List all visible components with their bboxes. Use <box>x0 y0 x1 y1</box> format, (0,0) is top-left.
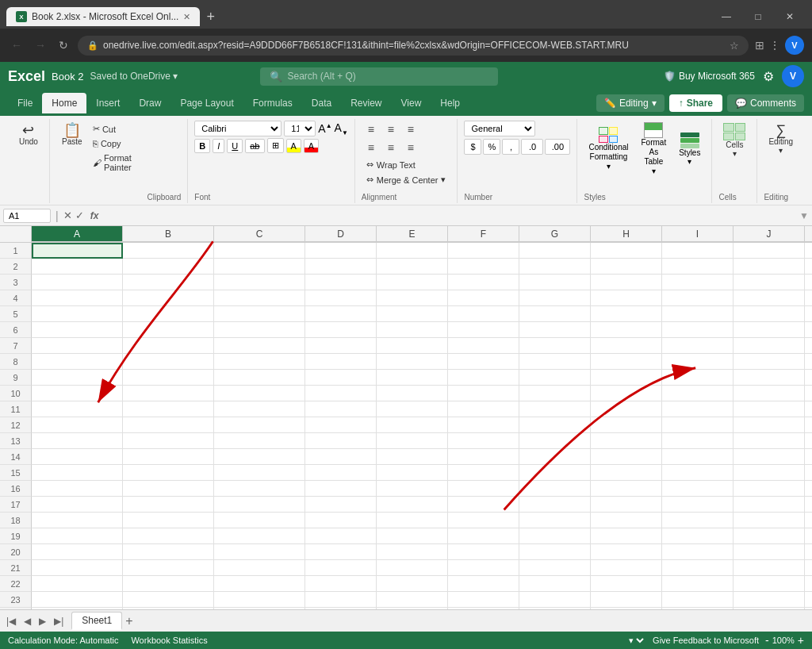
cell-H23[interactable] <box>591 592 662 608</box>
cell-A24[interactable] <box>32 608 123 609</box>
cell-G10[interactable] <box>519 386 591 401</box>
cell-A15[interactable] <box>32 465 123 481</box>
font-family-select[interactable]: Calibri <box>194 121 282 136</box>
cell-I13[interactable] <box>662 433 733 449</box>
cell-A13[interactable] <box>32 433 123 449</box>
cell-F15[interactable] <box>448 465 519 481</box>
cell-B6[interactable] <box>123 322 214 338</box>
cell-K2[interactable] <box>805 259 812 275</box>
cell-K12[interactable] <box>805 417 812 433</box>
tab-help[interactable]: Help <box>431 93 469 113</box>
share-button[interactable]: ↑ Share <box>669 94 722 112</box>
cell-F12[interactable] <box>448 417 519 433</box>
cell-C5[interactable] <box>214 306 305 322</box>
status-dropdown[interactable]: ▾ <box>626 635 646 646</box>
cell-A1[interactable] <box>32 243 123 259</box>
cell-E2[interactable] <box>377 259 448 275</box>
cell-F19[interactable] <box>448 528 519 544</box>
cell-I22[interactable] <box>662 576 733 592</box>
format-painter-button[interactable]: 🖌 Format Painter <box>90 152 144 174</box>
cell-K15[interactable] <box>805 465 812 481</box>
cell-H17[interactable] <box>591 497 662 513</box>
cell-F3[interactable] <box>448 275 519 290</box>
cell-G22[interactable] <box>519 576 591 592</box>
cell-D18[interactable] <box>305 513 377 528</box>
row-number-20[interactable]: 20 <box>0 544 32 560</box>
cell-K18[interactable] <box>805 513 812 528</box>
cell-D17[interactable] <box>305 497 377 513</box>
cell-H9[interactable] <box>591 370 662 386</box>
cell-I7[interactable] <box>662 338 733 354</box>
close-button[interactable]: ✕ <box>774 5 806 29</box>
cell-B16[interactable] <box>123 481 214 497</box>
cell-G12[interactable] <box>519 417 591 433</box>
cell-H5[interactable] <box>591 306 662 322</box>
align-left-button[interactable]: ≡ <box>362 139 381 156</box>
cell-H16[interactable] <box>591 481 662 497</box>
cell-K10[interactable] <box>805 386 812 401</box>
cell-C2[interactable] <box>214 259 305 275</box>
cell-B9[interactable] <box>123 370 214 386</box>
row-number-10[interactable]: 10 <box>0 386 32 401</box>
cell-C4[interactable] <box>214 290 305 306</box>
cell-A14[interactable] <box>32 449 123 465</box>
cell-C8[interactable] <box>214 354 305 370</box>
cell-F17[interactable] <box>448 497 519 513</box>
cell-J19[interactable] <box>733 528 805 544</box>
currency-button[interactable]: $ <box>464 139 481 155</box>
cell-J4[interactable] <box>733 290 805 306</box>
formula-input[interactable] <box>105 210 796 221</box>
cell-B15[interactable] <box>123 465 214 481</box>
cell-J1[interactable] <box>733 243 805 259</box>
cell-D19[interactable] <box>305 528 377 544</box>
cell-F2[interactable] <box>448 259 519 275</box>
align-center-button[interactable]: ≡ <box>381 139 400 156</box>
cell-C9[interactable] <box>214 370 305 386</box>
cell-G8[interactable] <box>519 354 591 370</box>
row-number-22[interactable]: 22 <box>0 576 32 592</box>
cell-G13[interactable] <box>519 433 591 449</box>
cell-G5[interactable] <box>519 306 591 322</box>
cell-E19[interactable] <box>377 528 448 544</box>
cell-H13[interactable] <box>591 433 662 449</box>
cell-A9[interactable] <box>32 370 123 386</box>
cell-E15[interactable] <box>377 465 448 481</box>
tab-home[interactable]: Home <box>42 93 86 113</box>
cell-D22[interactable] <box>305 576 377 592</box>
cell-K17[interactable] <box>805 497 812 513</box>
cell-C23[interactable] <box>214 592 305 608</box>
decrease-decimal-button[interactable]: .00 <box>545 139 570 155</box>
align-top-left-button[interactable]: ≡ <box>362 121 381 138</box>
row-number-21[interactable]: 21 <box>0 560 32 576</box>
cell-G3[interactable] <box>519 275 591 290</box>
wrap-text-button[interactable]: ⇔ Wrap Text <box>362 158 451 171</box>
cell-B13[interactable] <box>123 433 214 449</box>
row-number-24[interactable]: 24 <box>0 608 32 609</box>
undo-button[interactable]: ↩ Undo <box>14 121 43 148</box>
cell-K6[interactable] <box>805 322 812 338</box>
col-header-B[interactable]: B <box>123 226 214 242</box>
cell-G19[interactable] <box>519 528 591 544</box>
cell-A23[interactable] <box>32 592 123 608</box>
cell-F9[interactable] <box>448 370 519 386</box>
cell-I19[interactable] <box>662 528 733 544</box>
cell-D23[interactable] <box>305 592 377 608</box>
browser-menu-icon[interactable]: ⋮ <box>769 39 780 52</box>
cell-K20[interactable] <box>805 544 812 560</box>
cell-B1[interactable] <box>123 243 214 259</box>
cell-G15[interactable] <box>519 465 591 481</box>
font-size-select[interactable]: 11 <box>284 121 316 136</box>
cell-H12[interactable] <box>591 417 662 433</box>
cells-button[interactable]: Cells ▾ <box>718 121 750 160</box>
row-number-14[interactable]: 14 <box>0 449 32 465</box>
align-right-button[interactable]: ≡ <box>401 139 420 156</box>
borders-button[interactable]: ⊞ <box>267 138 284 153</box>
cell-E4[interactable] <box>377 290 448 306</box>
cell-A7[interactable] <box>32 338 123 354</box>
back-button[interactable]: ← <box>8 36 25 55</box>
cell-C10[interactable] <box>214 386 305 401</box>
strikethrough-button[interactable]: ab <box>245 139 264 153</box>
cell-D3[interactable] <box>305 275 377 290</box>
cell-D5[interactable] <box>305 306 377 322</box>
row-number-15[interactable]: 15 <box>0 465 32 481</box>
